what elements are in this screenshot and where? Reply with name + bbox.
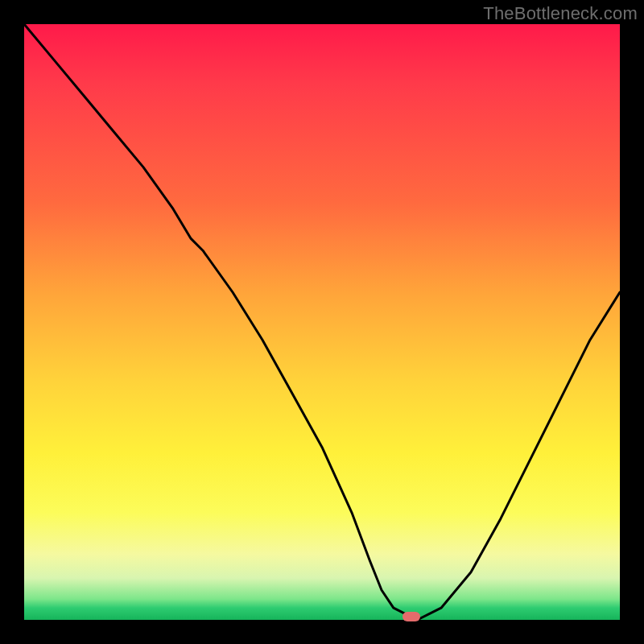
plot-area [24, 24, 620, 620]
chart-frame: TheBottleneck.com [0, 0, 644, 644]
watermark-text: TheBottleneck.com [483, 3, 638, 24]
bottleneck-curve [24, 24, 620, 620]
optimal-point-marker [402, 612, 420, 621]
